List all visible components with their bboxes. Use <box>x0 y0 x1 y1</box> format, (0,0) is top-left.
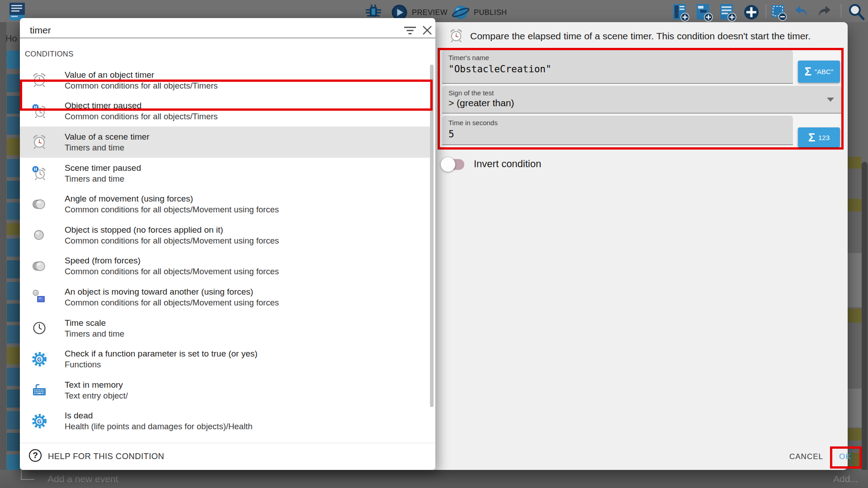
number-expression-button[interactable]: Σ 123 <box>798 127 840 147</box>
timer-name-value[interactable]: "ObstacleCreation" <box>448 64 552 75</box>
timer-name-label: Timer's name <box>448 54 489 61</box>
toolbar-divider <box>841 4 841 18</box>
annotation-box-selected-item <box>20 80 433 111</box>
sigma-icon: Σ <box>805 65 811 78</box>
scene-timer-icon <box>449 28 463 43</box>
events-sheet-left-rail <box>0 22 6 488</box>
tab-home[interactable]: Ho <box>5 33 17 44</box>
forces-stack-icon <box>32 258 47 274</box>
keyboard-icon <box>32 382 47 398</box>
redo-icon[interactable] <box>817 5 834 19</box>
list-item[interactable]: Angle of movement (using forces)Common c… <box>20 188 433 220</box>
events-sheet-scrollbar[interactable] <box>862 162 868 488</box>
add-subevent-icon[interactable] <box>696 3 714 22</box>
add-new-event-button[interactable]: Add a new event <box>47 474 118 484</box>
forces-stack-icon <box>32 197 47 212</box>
preview-button[interactable]: PREVIEW <box>412 8 448 17</box>
chevron-down-icon <box>827 98 834 102</box>
search-input[interactable] <box>30 23 346 37</box>
invert-condition-row: Invert condition <box>435 157 848 175</box>
list-item[interactable]: Check if a function parameter is set to … <box>20 343 433 375</box>
search-events-icon[interactable] <box>847 3 866 22</box>
list-item[interactable]: Text in memoryText entry object/ <box>20 375 433 406</box>
list-item[interactable]: Time scaleTimers and time <box>20 313 433 344</box>
list-item[interactable]: An object is moving toward another (usin… <box>20 282 433 313</box>
force-single-icon <box>32 227 47 243</box>
publish-button[interactable]: PUBLISH <box>474 8 507 17</box>
undo-icon[interactable] <box>794 5 810 19</box>
string-expression-button[interactable]: Σ "ABC" <box>798 61 840 83</box>
list-item[interactable]: Object is stopped (no forces applied on … <box>20 220 433 251</box>
conditions-list: Value of an object timerCommon condition… <box>20 65 433 436</box>
list-item[interactable]: Speed (from forces)Common conditions for… <box>20 251 433 282</box>
add-condition-icon[interactable] <box>743 4 760 21</box>
timer-name-field[interactable]: Timer's name "ObstacleCreation" <box>442 50 793 84</box>
publish-globe-icon[interactable] <box>452 4 470 21</box>
function-gear-icon <box>32 413 47 429</box>
tree-connector <box>21 470 22 480</box>
list-item[interactable]: Scene timer pausedTimers and time <box>20 158 433 189</box>
tree-connector <box>21 479 34 480</box>
add-more-button[interactable]: Add... <box>833 474 858 484</box>
sigma-icon: Σ <box>808 131 815 144</box>
time-label: Time in seconds <box>448 119 498 127</box>
conditions-section-header: CONDITIONS <box>25 50 74 58</box>
popover-footer: ? HELP FOR THIS CONDITION <box>20 443 435 470</box>
add-event-icon[interactable] <box>672 3 690 22</box>
clock-icon <box>32 320 47 336</box>
toolbar-divider <box>766 4 766 18</box>
help-icon: ? <box>29 449 42 462</box>
time-value[interactable]: 5 <box>448 129 454 140</box>
sign-value: > (greater than) <box>448 98 514 108</box>
events-sheet-bottom <box>0 470 868 488</box>
invert-condition-label: Invert condition <box>474 158 541 170</box>
scene-timer-paused-icon <box>32 165 47 181</box>
filter-icon[interactable] <box>403 26 417 36</box>
force-toward-icon <box>32 289 47 305</box>
annotation-box-form: Timer's name "ObstacleCreation" Σ "ABC" … <box>438 48 844 150</box>
search-underline <box>20 38 435 38</box>
list-item[interactable]: Is deadHealth (life points and damages f… <box>20 406 433 437</box>
annotation-box-ok <box>830 446 862 469</box>
time-in-seconds-field[interactable]: Time in seconds 5 <box>442 116 793 145</box>
cancel-button[interactable]: CANCEL <box>789 452 823 461</box>
function-gear-icon <box>32 352 47 367</box>
condition-description: Compare the elapsed time of a scene time… <box>470 31 811 42</box>
scene-timer-icon <box>32 134 47 150</box>
help-link[interactable]: HELP FOR THIS CONDITION <box>48 451 164 461</box>
sign-of-test-select[interactable]: Sign of the test > (greater than) <box>442 86 841 113</box>
remove-selection-icon[interactable] <box>770 4 788 22</box>
add-comment-icon[interactable] <box>719 3 737 22</box>
invert-toggle[interactable] <box>441 157 455 172</box>
debugger-icon[interactable] <box>364 4 382 20</box>
condition-description-row: Compare the elapsed time of a scene time… <box>435 22 848 48</box>
sign-label: Sign of the test <box>448 89 494 97</box>
list-item-selected[interactable]: Value of a scene timerTimers and time <box>20 127 433 158</box>
list-scrollbar[interactable] <box>430 65 434 407</box>
close-icon[interactable] <box>421 24 433 36</box>
condition-search-popover: CONDITIONS Value of an object timerCommo… <box>20 18 435 470</box>
